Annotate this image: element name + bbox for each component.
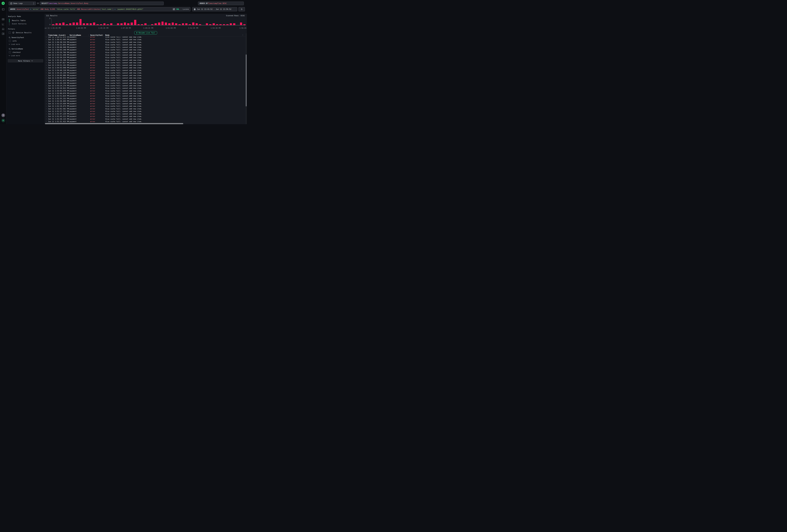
collapse-panel-icon[interactable] <box>2 8 4 11</box>
row-expand-chevron-icon[interactable]: › <box>46 100 48 102</box>
table-row[interactable]: ›Jun 11 1:56:42.995 PMpaymenterrorVisa c… <box>46 38 246 41</box>
lucene-mode-toggle[interactable]: Lucene <box>183 8 189 10</box>
row-expand-chevron-icon[interactable]: › <box>46 69 48 71</box>
gear-icon[interactable] <box>37 2 39 4</box>
mode-event-patterns[interactable]: Event Patterns <box>9 22 43 25</box>
row-expand-chevron-icon[interactable]: › <box>46 92 48 94</box>
brand-logo-icon[interactable] <box>1 1 5 5</box>
row-expand-chevron-icon[interactable]: › <box>46 41 48 43</box>
table-row[interactable]: ›Jun 11 1:51:43.121 PMpaymenterrorVisa c… <box>46 115 246 118</box>
table-row[interactable]: ›Jun 11 1:53:24.274 PMpaymenterrorVisa c… <box>46 84 246 87</box>
load-more-servicename[interactable]: Load more <box>9 55 43 57</box>
column-drag-handle-icon[interactable]: ⋮ <box>67 34 69 36</box>
row-expand-chevron-icon[interactable]: › <box>46 113 48 115</box>
denoise-checkbox[interactable] <box>9 31 11 34</box>
table-row[interactable]: ›Jun 11 1:55:16.296 PMpaymenterrorVisa c… <box>46 59 246 61</box>
chart-icon[interactable] <box>2 23 4 25</box>
row-expand-chevron-icon[interactable]: › <box>46 37 48 38</box>
row-expand-chevron-icon[interactable]: › <box>46 59 48 61</box>
table-row[interactable]: ›Jun 11 1:56:32.843 PMpaymenterrorVisa c… <box>46 43 246 46</box>
laptop-icon[interactable] <box>2 28 4 30</box>
row-expand-chevron-icon[interactable]: › <box>46 80 48 82</box>
row-expand-chevron-icon[interactable]: › <box>46 108 48 110</box>
row-expand-chevron-icon[interactable]: › <box>46 98 48 100</box>
row-expand-chevron-icon[interactable]: › <box>46 49 48 51</box>
facet-option-checkout[interactable]: checkout <box>9 51 43 54</box>
row-expand-chevron-icon[interactable]: › <box>46 85 48 87</box>
facet-option-checkbox[interactable] <box>9 51 11 54</box>
row-expand-chevron-icon[interactable]: › <box>46 54 48 56</box>
table-row[interactable]: ›Jun 11 1:52:19.473 PMpaymenterrorVisa c… <box>46 105 246 107</box>
table-row[interactable]: ›Jun 11 1:53:10.922 PMpaymenterrorVisa c… <box>46 87 246 89</box>
table-row[interactable]: ›Jun 11 1:55:59.760 PMpaymenterrorVisa c… <box>46 51 246 54</box>
table-row[interactable]: ›Jun 11 1:51:39.115 PMpaymenterrorVisa c… <box>46 118 246 120</box>
load-more-severitytext[interactable]: Load more <box>9 43 43 45</box>
row-expand-chevron-icon[interactable]: › <box>46 103 48 105</box>
table-row[interactable]: ›Jun 11 1:56:08.948 PMpaymenterrorVisa c… <box>46 46 246 48</box>
table-row[interactable]: ›Jun 11 1:52:25.630 PMpaymenterrorVisa c… <box>46 102 246 105</box>
row-expand-chevron-icon[interactable]: › <box>46 105 48 107</box>
vertical-scrollbar-track[interactable] <box>246 34 247 124</box>
row-expand-chevron-icon[interactable]: › <box>46 44 48 46</box>
row-expand-chevron-icon[interactable]: › <box>46 110 48 112</box>
table-row[interactable]: ›Jun 11 1:52:35.232 PMpaymenterrorVisa c… <box>46 97 246 100</box>
row-expand-chevron-icon[interactable]: › <box>46 51 48 54</box>
row-expand-chevron-icon[interactable]: › <box>46 82 48 84</box>
column-header-servicename[interactable]: ServiceName⋮ <box>69 34 90 36</box>
table-row[interactable]: ›Jun 11 1:53:41.873 PMpaymenterrorVisa c… <box>46 79 246 82</box>
horizontal-scrollbar-thumb[interactable] <box>45 123 183 124</box>
kebab-menu-icon[interactable]: ⋮ <box>242 34 244 36</box>
column-header-timestamp[interactable]: Timestamp (Local)⋮ <box>48 34 69 36</box>
table-row[interactable]: ›Jun 11 1:56:51.975 PMpaymenterrorVisa c… <box>46 37 246 38</box>
search-icon[interactable] <box>9 48 10 50</box>
table-row[interactable]: ›Jun 11 1:54:09.906 PMpaymenterrorVisa c… <box>46 74 246 77</box>
vertical-scrollbar-thumb[interactable] <box>246 55 247 106</box>
order-by-input[interactable]: ORDER BY TimestampTime DESC <box>198 2 244 5</box>
row-expand-chevron-icon[interactable]: › <box>46 118 48 120</box>
row-expand-chevron-icon[interactable]: › <box>46 75 48 77</box>
row-expand-chevron-icon[interactable]: › <box>46 115 48 118</box>
time-range-picker[interactable]: Jun 11 13:41:52 - Jun 11 13:56:52 <box>192 7 237 11</box>
table-row[interactable]: ›Jun 11 1:56:38.534 PMpaymenterrorVisa c… <box>46 41 246 43</box>
search-icon[interactable] <box>9 37 10 39</box>
sql-mode-toggle[interactable]: SQL <box>176 8 179 10</box>
row-expand-chevron-icon[interactable]: › <box>46 62 48 64</box>
table-row[interactable]: ›Jun 11 1:54:52.241 PMpaymenterrorVisa c… <box>46 64 246 66</box>
table-row[interactable]: ›Jun 11 1:54:06.953 PMpaymenterrorVisa c… <box>46 77 246 79</box>
table-row[interactable]: ›Jun 11 1:53:00.676 PMpaymenterrorVisa c… <box>46 92 246 94</box>
row-expand-chevron-icon[interactable]: › <box>46 72 48 74</box>
table-row[interactable]: ›Jun 11 1:51:31.415 PMpaymenterrorVisa c… <box>46 120 246 123</box>
source-select[interactable]: Demo Logs <box>9 2 36 5</box>
select-query-input[interactable]: SELECT Timestamp, ServiceName, SeverityT… <box>40 2 164 5</box>
table-row[interactable]: ›Jun 11 1:51:57.712 PMpaymenterrorVisa c… <box>46 110 246 112</box>
row-expand-chevron-icon[interactable]: › <box>46 90 48 92</box>
row-expand-chevron-icon[interactable]: › <box>46 39 48 41</box>
dashboard-icon[interactable] <box>2 33 4 35</box>
help-icon[interactable]: ? <box>1 113 5 117</box>
table-row[interactable]: ›Jun 11 1:55:51.448 PMpaymenterrorVisa c… <box>46 54 246 56</box>
column-drag-handle-icon[interactable]: ⋮ <box>88 34 89 36</box>
table-row[interactable]: ›Jun 11 1:52:51.824 PMpaymenterrorVisa c… <box>46 94 246 97</box>
column-header-body[interactable]: Body <box>105 34 246 36</box>
table-row[interactable]: ›Jun 11 1:52:30.469 PMpaymenterrorVisa c… <box>46 100 246 102</box>
mode-results-table[interactable]: Results Table <box>9 19 43 22</box>
resume-live-tail-button[interactable]: Resume Live Tail <box>134 31 157 35</box>
table-row[interactable]: ›Jun 11 1:55:07.827 PMpaymenterrorVisa c… <box>46 61 246 64</box>
facet-option-info[interactable]: info <box>9 40 43 42</box>
table-row[interactable]: ›Jun 11 1:54:26.230 PMpaymenterrorVisa c… <box>46 71 246 74</box>
logs-icon[interactable] <box>2 18 4 21</box>
table-row[interactable]: ›Jun 11 1:53:05.578 PMpaymenterrorVisa c… <box>46 89 246 92</box>
more-filters-button[interactable]: More filters <box>8 59 43 63</box>
row-expand-chevron-icon[interactable]: › <box>46 87 48 89</box>
table-row[interactable]: ›Jun 11 1:56:03.248 PMpaymenterrorVisa c… <box>46 48 246 51</box>
table-row[interactable]: ›Jun 11 1:53:26.250 PMpaymenterrorVisa c… <box>46 82 246 84</box>
where-query-input[interactable]: WHERE SeverityText = 'error' AND Body IL… <box>9 7 190 11</box>
column-header-severitytext[interactable]: SeverityText⋮ <box>90 34 105 36</box>
user-avatar[interactable]: U <box>1 119 5 122</box>
row-expand-chevron-icon[interactable]: › <box>46 57 48 59</box>
row-expand-chevron-icon[interactable]: › <box>46 95 48 97</box>
facet-option-checkbox[interactable] <box>9 40 11 42</box>
table-row[interactable]: ›Jun 11 1:55:39.324 PMpaymenterrorVisa c… <box>46 56 246 59</box>
row-expand-chevron-icon[interactable]: › <box>46 77 48 79</box>
row-expand-chevron-icon[interactable]: › <box>46 46 48 48</box>
